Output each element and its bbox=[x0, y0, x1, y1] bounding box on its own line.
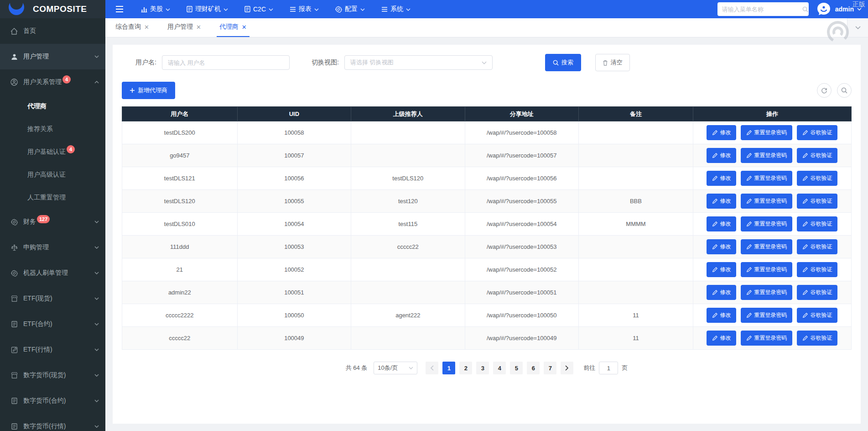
edit-button[interactable]: 修改 bbox=[707, 171, 736, 186]
table-row: ccccc22100049/wap/#/?usercode=10004911修改… bbox=[122, 327, 852, 350]
pagination-page-7[interactable]: 7 bbox=[544, 362, 556, 374]
sidebar-subitem-user-basic-auth[interactable]: 用户基础认证4 bbox=[0, 141, 105, 163]
topnav-item-c2c[interactable]: C2C bbox=[244, 5, 273, 13]
sidebar-item-home[interactable]: 首页 bbox=[0, 18, 105, 44]
view-switch-select[interactable]: 请选择 切换视图 bbox=[344, 55, 493, 70]
google-auth-button[interactable]: 谷歌验证 bbox=[797, 239, 837, 254]
google-auth-button[interactable]: 谷歌验证 bbox=[797, 308, 837, 323]
google-auth-button[interactable]: 谷歌验证 bbox=[797, 331, 837, 346]
sidebar-item-etf-spot[interactable]: ETF(现货) bbox=[0, 286, 105, 311]
refresh-button[interactable] bbox=[817, 83, 832, 98]
pagination-page-4[interactable]: 4 bbox=[493, 362, 506, 374]
topnav-item-reports[interactable]: 报表 bbox=[290, 5, 319, 13]
tab-label: 代理商 bbox=[219, 23, 239, 31]
sidebar-subitem-user-advanced-auth[interactable]: 用户高级认证 bbox=[0, 163, 105, 186]
chevron-down-icon[interactable] bbox=[857, 8, 862, 11]
topnav-item-wealth-mining[interactable]: 理财矿机 bbox=[187, 5, 228, 13]
google-auth-button[interactable]: 谷歌验证 bbox=[797, 148, 837, 163]
topnav-item-system[interactable]: 系统 bbox=[381, 5, 411, 13]
sidebar-item-etf-contract[interactable]: ETF(合约) bbox=[0, 311, 105, 337]
goto-page-input[interactable] bbox=[599, 362, 618, 374]
actions-cell: 修改重置登录密码谷歌验证 bbox=[693, 236, 851, 258]
reset-login-password-button[interactable]: 重置登录密码 bbox=[741, 194, 792, 209]
edit-button[interactable]: 修改 bbox=[707, 262, 736, 277]
add-agent-button[interactable]: 新增代理商 bbox=[122, 82, 175, 99]
reset-login-password-button[interactable]: 重置登录密码 bbox=[741, 216, 792, 231]
google-auth-button[interactable]: 谷歌验证 bbox=[797, 125, 837, 140]
pagination-prev-button[interactable] bbox=[426, 362, 438, 374]
sidebar-subitem-manual-reset-management[interactable]: 人工重置管理 bbox=[0, 186, 105, 209]
close-icon[interactable]: ✕ bbox=[242, 24, 247, 31]
google-auth-button[interactable]: 谷歌验证 bbox=[797, 194, 837, 209]
edit-button[interactable]: 修改 bbox=[707, 285, 736, 300]
reset-login-password-button[interactable]: 重置登录密码 bbox=[741, 308, 792, 323]
sidebar-item-crypto-spot[interactable]: 数字货币(现货) bbox=[0, 363, 105, 388]
sidebar-item-subscription-management[interactable]: 申购管理 bbox=[0, 235, 105, 260]
pagination-page-5[interactable]: 5 bbox=[510, 362, 523, 374]
topnav-item-us-stocks[interactable]: 美股 bbox=[141, 5, 170, 13]
topnav-item-config[interactable]: 配置 bbox=[335, 5, 365, 13]
sidebar-item-robot-trading-management[interactable]: 机器人刷单管理 bbox=[0, 260, 105, 286]
table-row: go9457100057/wap/#/?usercode=100057修改重置登… bbox=[122, 144, 852, 167]
google-auth-button[interactable]: 谷歌验证 bbox=[797, 262, 837, 277]
username-filter-input[interactable] bbox=[162, 55, 290, 70]
table-row: testDLS200100058/wap/#/?usercode=100058修… bbox=[122, 121, 852, 144]
edit-button[interactable]: 修改 bbox=[707, 194, 736, 209]
trash-icon bbox=[603, 60, 608, 66]
pagination-page-1[interactable]: 1 bbox=[442, 362, 455, 374]
close-icon[interactable]: ✕ bbox=[196, 24, 201, 31]
close-icon[interactable]: ✕ bbox=[144, 24, 149, 31]
google-auth-button[interactable]: 谷歌验证 bbox=[797, 216, 837, 231]
pen-icon bbox=[802, 176, 808, 181]
reset-login-password-button[interactable]: 重置登录密码 bbox=[741, 148, 792, 163]
pen-icon bbox=[746, 244, 752, 250]
edit-button[interactable]: 修改 bbox=[707, 125, 736, 140]
sidebar-item-crypto-contract[interactable]: 数字货币(合约) bbox=[0, 388, 105, 414]
topnav-item-label: 配置 bbox=[345, 5, 358, 13]
pagination-page-3[interactable]: 3 bbox=[476, 362, 489, 374]
edit-button[interactable]: 修改 bbox=[707, 331, 736, 346]
sidebar-item-crypto-quotes[interactable]: 数字货币(行情) bbox=[0, 414, 105, 431]
edit-button[interactable]: 修改 bbox=[707, 216, 736, 231]
page-size-select[interactable]: 10条/页 bbox=[374, 362, 417, 374]
edit-button[interactable]: 修改 bbox=[707, 148, 736, 163]
pen-icon bbox=[802, 130, 808, 136]
sidebar-item-finance[interactable]: 财务127 bbox=[0, 209, 105, 235]
edit-button[interactable]: 修改 bbox=[707, 239, 736, 254]
tab-list-dropdown-button[interactable] bbox=[847, 18, 868, 37]
sidebar-subitem-agent[interactable]: 代理商 bbox=[0, 95, 105, 118]
reset-login-password-button[interactable]: 重置登录密码 bbox=[741, 285, 792, 300]
pen-icon bbox=[712, 290, 717, 295]
sidebar-item-user-management[interactable]: 用户管理 bbox=[0, 44, 105, 69]
pagination-page-2[interactable]: 2 bbox=[459, 362, 472, 374]
pagination-next-button[interactable] bbox=[561, 362, 573, 374]
pagination-page-6[interactable]: 6 bbox=[527, 362, 540, 374]
menu-search-input[interactable] bbox=[722, 6, 802, 13]
google-auth-button[interactable]: 谷歌验证 bbox=[797, 285, 837, 300]
google-auth-button[interactable]: 谷歌验证 bbox=[797, 171, 837, 186]
reset-login-password-button[interactable]: 重置登录密码 bbox=[741, 239, 792, 254]
uid-cell: 100057 bbox=[237, 144, 351, 167]
search-button[interactable]: 搜索 bbox=[545, 54, 581, 71]
user-avatar[interactable] bbox=[816, 1, 832, 17]
reset-login-password-button[interactable]: 重置登录密码 bbox=[741, 262, 792, 277]
tab-user-management[interactable]: 用户管理✕ bbox=[165, 23, 204, 37]
edit-button[interactable]: 修改 bbox=[707, 308, 736, 323]
clear-button[interactable]: 清空 bbox=[595, 54, 630, 71]
reset-login-password-button[interactable]: 重置登录密码 bbox=[741, 125, 792, 140]
column-search-button[interactable] bbox=[837, 83, 852, 98]
table-header-row: 用户名UID上级推荐人分享地址备注操作 bbox=[122, 107, 852, 121]
tab-agent[interactable]: 代理商✕ bbox=[217, 23, 249, 37]
sidebar-subitem-referral-relation[interactable]: 推荐关系 bbox=[0, 118, 105, 141]
sidebar-item-user-relation-management[interactable]: 用户关系管理4 bbox=[0, 69, 105, 95]
shop-icon bbox=[10, 372, 18, 378]
reset-login-password-button[interactable]: 重置登录密码 bbox=[741, 331, 792, 346]
hamburger-menu-icon[interactable] bbox=[115, 6, 124, 12]
share-url-cell: /wap/#/?usercode=100056 bbox=[465, 167, 578, 190]
reset-login-password-button[interactable]: 重置登录密码 bbox=[741, 171, 792, 186]
sidebar-item-etf-quotes[interactable]: ETF(行情) bbox=[0, 337, 105, 363]
tab-comprehensive-query[interactable]: 综合查询✕ bbox=[113, 23, 152, 37]
username-label[interactable]: admin bbox=[835, 5, 854, 13]
search-icon[interactable] bbox=[802, 6, 808, 12]
tab-bar: 综合查询✕用户管理✕代理商✕ bbox=[105, 18, 868, 37]
